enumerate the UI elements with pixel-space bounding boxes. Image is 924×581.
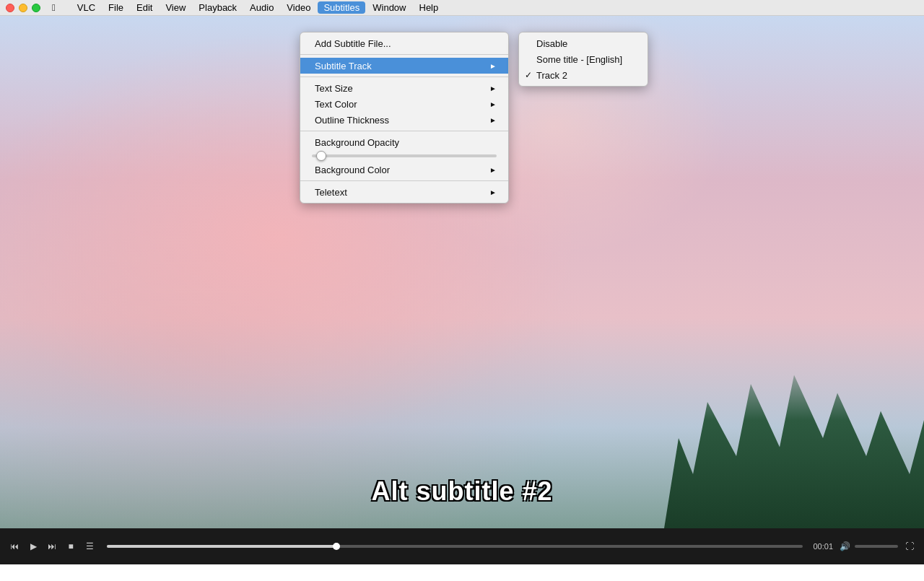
volume-area: 🔊 bbox=[837, 539, 898, 554]
menu-item-add-subtitle-file[interactable]: Add Subtitle File... bbox=[300, 35, 508, 51]
menu-bar:  VLC File Edit View Playback Audio Vide… bbox=[46, 1, 444, 14]
video-menu[interactable]: Video bbox=[281, 1, 316, 14]
audio-menu[interactable]: Audio bbox=[244, 1, 279, 14]
submenu-item-track2[interactable]: ✓ Track 2 bbox=[519, 67, 648, 83]
playlist-button[interactable]: ☰ bbox=[82, 539, 97, 554]
window-menu[interactable]: Window bbox=[367, 1, 411, 14]
opacity-slider-thumb[interactable] bbox=[316, 151, 326, 161]
maximize-button[interactable] bbox=[32, 4, 40, 12]
title-bar:  VLC File Edit View Playback Audio Vide… bbox=[0, 0, 924, 16]
subtitle-display: Alt subtitle #2 bbox=[371, 476, 552, 507]
close-button[interactable] bbox=[6, 4, 14, 12]
help-menu[interactable]: Help bbox=[414, 1, 445, 14]
background-opacity-slider-container bbox=[300, 150, 508, 162]
subtitle-track-submenu: Disable Some title - [English] ✓ Track 2 bbox=[518, 32, 648, 87]
progress-thumb bbox=[333, 543, 340, 550]
menu-separator-4 bbox=[300, 180, 508, 181]
subtitles-dropdown: Add Subtitle File... Subtitle Track ► Te… bbox=[300, 32, 509, 204]
edit-menu[interactable]: Edit bbox=[131, 1, 158, 14]
fullscreen-button[interactable]: ⛶ bbox=[902, 539, 917, 554]
submenu-arrow-teletext: ► bbox=[489, 188, 497, 196]
submenu-arrow-text-color: ► bbox=[489, 100, 497, 108]
menu-separator-1 bbox=[300, 54, 508, 55]
submenu-arrow-bg-color: ► bbox=[489, 166, 497, 174]
window-controls bbox=[6, 4, 40, 12]
menu-item-background-color[interactable]: Background Color ► bbox=[300, 162, 508, 178]
menu-item-background-opacity: Background Opacity bbox=[300, 134, 508, 150]
menu-item-text-color[interactable]: Text Color ► bbox=[300, 96, 508, 112]
submenu-arrow-text-size: ► bbox=[489, 84, 497, 92]
time-display: 00:01 bbox=[813, 542, 833, 551]
vlc-menu[interactable]: VLC bbox=[71, 1, 101, 14]
submenu-item-disable[interactable]: Disable bbox=[519, 35, 648, 51]
view-menu[interactable]: View bbox=[160, 1, 191, 14]
playback-menu[interactable]: Playback bbox=[193, 1, 243, 14]
menu-item-outline-thickness[interactable]: Outline Thickness ► bbox=[300, 112, 508, 128]
subtitles-menu[interactable]: Subtitles bbox=[318, 1, 365, 14]
checkmark-track2: ✓ bbox=[525, 70, 532, 80]
progress-fill bbox=[107, 545, 336, 548]
controls-bar: ⏮ ▶ ⏭ ■ ☰ 00:01 🔊 ⛶ bbox=[0, 528, 924, 564]
submenu-item-some-title[interactable]: Some title - [English] bbox=[519, 51, 648, 67]
rewind-button[interactable]: ⏮ bbox=[7, 539, 22, 554]
submenu-arrow-outline: ► bbox=[489, 116, 497, 124]
menu-separator-3 bbox=[300, 131, 508, 131]
menu-separator-2 bbox=[300, 77, 508, 77]
menu-item-teletext[interactable]: Teletext ► bbox=[300, 184, 508, 200]
menu-item-text-size[interactable]: Text Size ► bbox=[300, 80, 508, 96]
file-menu[interactable]: File bbox=[103, 1, 129, 14]
minimize-button[interactable] bbox=[19, 4, 27, 12]
progress-bar[interactable] bbox=[107, 545, 803, 548]
submenu-arrow-subtitle-track: ► bbox=[489, 62, 497, 70]
mute-button[interactable]: 🔊 bbox=[837, 539, 852, 554]
fast-forward-button[interactable]: ⏭ bbox=[45, 539, 59, 554]
opacity-slider-track[interactable] bbox=[312, 154, 497, 157]
play-button[interactable]: ▶ bbox=[26, 539, 40, 554]
video-area: Alt subtitle #2 ⏮ ▶ ⏭ ■ ☰ 00:01 🔊 ⛶ Add … bbox=[0, 16, 924, 564]
volume-bar[interactable] bbox=[855, 545, 898, 548]
stop-button[interactable]: ■ bbox=[64, 539, 78, 554]
menu-item-subtitle-track[interactable]: Subtitle Track ► bbox=[300, 58, 508, 74]
apple-menu[interactable]:  bbox=[46, 1, 61, 14]
